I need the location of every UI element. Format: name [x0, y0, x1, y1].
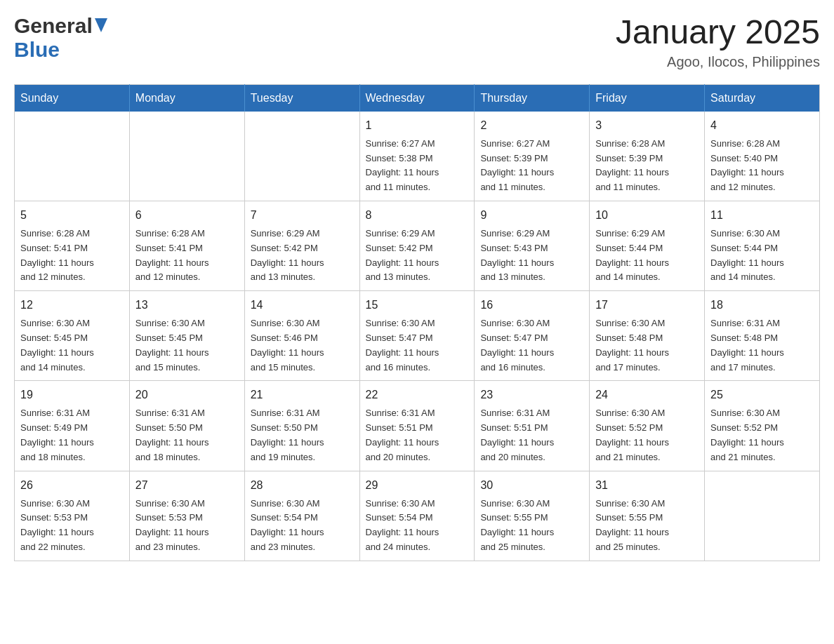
title-section: January 2025 Agoo, Ilocos, Philippines — [616, 14, 820, 70]
calendar-day-cell — [705, 471, 820, 561]
day-info: Sunrise: 6:28 AMSunset: 5:41 PMDaylight:… — [135, 227, 239, 285]
calendar-day-cell — [244, 112, 359, 201]
calendar-day-cell: 6Sunrise: 6:28 AMSunset: 5:41 PMDaylight… — [129, 201, 244, 290]
calendar-day-cell — [129, 112, 244, 201]
day-number: 24 — [595, 387, 699, 403]
calendar-day-cell: 28Sunrise: 6:30 AMSunset: 5:54 PMDayligh… — [244, 471, 359, 561]
day-number: 19 — [20, 387, 124, 403]
day-number: 30 — [480, 477, 583, 494]
day-info: Sunrise: 6:31 AMSunset: 5:50 PMDaylight:… — [251, 406, 354, 464]
calendar-day-header: Thursday — [475, 84, 590, 112]
calendar-day-cell: 31Sunrise: 6:30 AMSunset: 5:55 PMDayligh… — [590, 471, 705, 561]
day-number: 11 — [710, 207, 814, 224]
calendar-day-header: Saturday — [705, 84, 820, 112]
day-info: Sunrise: 6:28 AMSunset: 5:40 PMDaylight:… — [710, 137, 814, 195]
calendar-day-header: Friday — [590, 84, 705, 112]
calendar-day-cell: 7Sunrise: 6:29 AMSunset: 5:42 PMDaylight… — [244, 201, 359, 290]
day-info: Sunrise: 6:30 AMSunset: 5:47 PMDaylight:… — [480, 316, 583, 375]
calendar-day-cell: 23Sunrise: 6:31 AMSunset: 5:51 PMDayligh… — [475, 381, 590, 471]
calendar-day-cell: 18Sunrise: 6:31 AMSunset: 5:48 PMDayligh… — [705, 291, 820, 381]
day-number: 6 — [135, 207, 239, 224]
calendar-day-cell: 19Sunrise: 6:31 AMSunset: 5:49 PMDayligh… — [15, 381, 130, 471]
day-number: 31 — [595, 477, 699, 494]
day-info: Sunrise: 6:30 AMSunset: 5:45 PMDaylight:… — [135, 316, 239, 375]
day-number: 5 — [20, 207, 124, 224]
logo-blue-text: Blue — [14, 38, 60, 61]
day-info: Sunrise: 6:31 AMSunset: 5:49 PMDaylight:… — [20, 406, 124, 464]
day-number: 12 — [20, 297, 124, 314]
day-info: Sunrise: 6:31 AMSunset: 5:48 PMDaylight:… — [710, 316, 814, 375]
calendar-day-cell: 16Sunrise: 6:30 AMSunset: 5:47 PMDayligh… — [475, 291, 590, 381]
day-number: 17 — [595, 297, 699, 314]
day-number: 4 — [710, 117, 814, 134]
month-title: January 2025 — [616, 14, 820, 51]
day-number: 21 — [251, 387, 354, 403]
day-number: 26 — [20, 477, 124, 494]
calendar-day-cell: 20Sunrise: 6:31 AMSunset: 5:50 PMDayligh… — [129, 381, 244, 471]
day-info: Sunrise: 6:29 AMSunset: 5:43 PMDaylight:… — [480, 227, 583, 285]
calendar-day-cell: 11Sunrise: 6:30 AMSunset: 5:44 PMDayligh… — [705, 201, 820, 290]
location-title: Agoo, Ilocos, Philippines — [616, 54, 820, 70]
day-number: 9 — [480, 207, 583, 224]
calendar-day-cell: 1Sunrise: 6:27 AMSunset: 5:38 PMDaylight… — [359, 112, 475, 201]
calendar-header-row: SundayMondayTuesdayWednesdayThursdayFrid… — [15, 84, 820, 112]
day-number: 1 — [366, 117, 469, 134]
day-info: Sunrise: 6:30 AMSunset: 5:53 PMDaylight:… — [135, 497, 239, 555]
calendar-day-cell: 2Sunrise: 6:27 AMSunset: 5:39 PMDaylight… — [475, 112, 590, 201]
day-info: Sunrise: 6:27 AMSunset: 5:38 PMDaylight:… — [366, 137, 469, 195]
calendar-day-cell: 4Sunrise: 6:28 AMSunset: 5:40 PMDaylight… — [705, 112, 820, 201]
day-info: Sunrise: 6:28 AMSunset: 5:39 PMDaylight:… — [595, 137, 699, 195]
calendar-week-row: 12Sunrise: 6:30 AMSunset: 5:45 PMDayligh… — [15, 291, 820, 381]
day-info: Sunrise: 6:30 AMSunset: 5:55 PMDaylight:… — [480, 497, 583, 555]
day-info: Sunrise: 6:30 AMSunset: 5:44 PMDaylight:… — [710, 227, 814, 285]
logo-arrow-icon — [95, 18, 107, 32]
day-number: 15 — [366, 297, 469, 314]
calendar-day-cell: 8Sunrise: 6:29 AMSunset: 5:42 PMDaylight… — [359, 201, 475, 290]
day-info: Sunrise: 6:31 AMSunset: 5:51 PMDaylight:… — [366, 406, 469, 464]
day-info: Sunrise: 6:30 AMSunset: 5:54 PMDaylight:… — [251, 497, 354, 555]
calendar-day-cell: 14Sunrise: 6:30 AMSunset: 5:46 PMDayligh… — [244, 291, 359, 381]
day-info: Sunrise: 6:30 AMSunset: 5:55 PMDaylight:… — [595, 497, 699, 555]
calendar-week-row: 1Sunrise: 6:27 AMSunset: 5:38 PMDaylight… — [15, 112, 820, 201]
day-number: 20 — [135, 387, 239, 403]
day-number: 7 — [251, 207, 354, 224]
calendar-week-row: 19Sunrise: 6:31 AMSunset: 5:49 PMDayligh… — [15, 381, 820, 471]
calendar-day-cell: 12Sunrise: 6:30 AMSunset: 5:45 PMDayligh… — [15, 291, 130, 381]
calendar-day-cell: 30Sunrise: 6:30 AMSunset: 5:55 PMDayligh… — [475, 471, 590, 561]
day-number: 10 — [595, 207, 699, 224]
calendar-day-header: Sunday — [15, 84, 130, 112]
calendar-day-cell: 17Sunrise: 6:30 AMSunset: 5:48 PMDayligh… — [590, 291, 705, 381]
day-number: 23 — [480, 387, 583, 403]
day-number: 3 — [595, 117, 699, 134]
day-info: Sunrise: 6:30 AMSunset: 5:52 PMDaylight:… — [595, 406, 699, 464]
calendar-day-header: Monday — [129, 84, 244, 112]
day-info: Sunrise: 6:31 AMSunset: 5:50 PMDaylight:… — [135, 406, 239, 464]
calendar-day-cell — [15, 112, 130, 201]
day-info: Sunrise: 6:30 AMSunset: 5:47 PMDaylight:… — [366, 316, 469, 375]
logo-general-text: General — [14, 14, 93, 38]
day-info: Sunrise: 6:30 AMSunset: 5:53 PMDaylight:… — [20, 497, 124, 555]
calendar-day-cell: 27Sunrise: 6:30 AMSunset: 5:53 PMDayligh… — [129, 471, 244, 561]
calendar-day-header: Wednesday — [359, 84, 475, 112]
day-number: 13 — [135, 297, 239, 314]
calendar-day-cell: 21Sunrise: 6:31 AMSunset: 5:50 PMDayligh… — [244, 381, 359, 471]
calendar-day-header: Tuesday — [244, 84, 359, 112]
svg-marker-0 — [95, 18, 107, 32]
day-info: Sunrise: 6:30 AMSunset: 5:46 PMDaylight:… — [251, 316, 354, 375]
day-number: 14 — [251, 297, 354, 314]
day-info: Sunrise: 6:28 AMSunset: 5:41 PMDaylight:… — [20, 227, 124, 285]
day-number: 27 — [135, 477, 239, 494]
day-info: Sunrise: 6:27 AMSunset: 5:39 PMDaylight:… — [480, 137, 583, 195]
calendar-week-row: 26Sunrise: 6:30 AMSunset: 5:53 PMDayligh… — [15, 471, 820, 561]
calendar-day-cell: 24Sunrise: 6:30 AMSunset: 5:52 PMDayligh… — [590, 381, 705, 471]
calendar-week-row: 5Sunrise: 6:28 AMSunset: 5:41 PMDaylight… — [15, 201, 820, 290]
day-number: 25 — [710, 387, 814, 403]
day-number: 8 — [366, 207, 469, 224]
page-header: General Blue January 2025 Agoo, Ilocos, … — [14, 14, 820, 70]
day-info: Sunrise: 6:29 AMSunset: 5:42 PMDaylight:… — [366, 227, 469, 285]
calendar-day-cell: 3Sunrise: 6:28 AMSunset: 5:39 PMDaylight… — [590, 112, 705, 201]
calendar-day-cell: 13Sunrise: 6:30 AMSunset: 5:45 PMDayligh… — [129, 291, 244, 381]
calendar-day-cell: 15Sunrise: 6:30 AMSunset: 5:47 PMDayligh… — [359, 291, 475, 381]
day-info: Sunrise: 6:29 AMSunset: 5:44 PMDaylight:… — [595, 227, 699, 285]
day-info: Sunrise: 6:30 AMSunset: 5:54 PMDaylight:… — [366, 497, 469, 555]
